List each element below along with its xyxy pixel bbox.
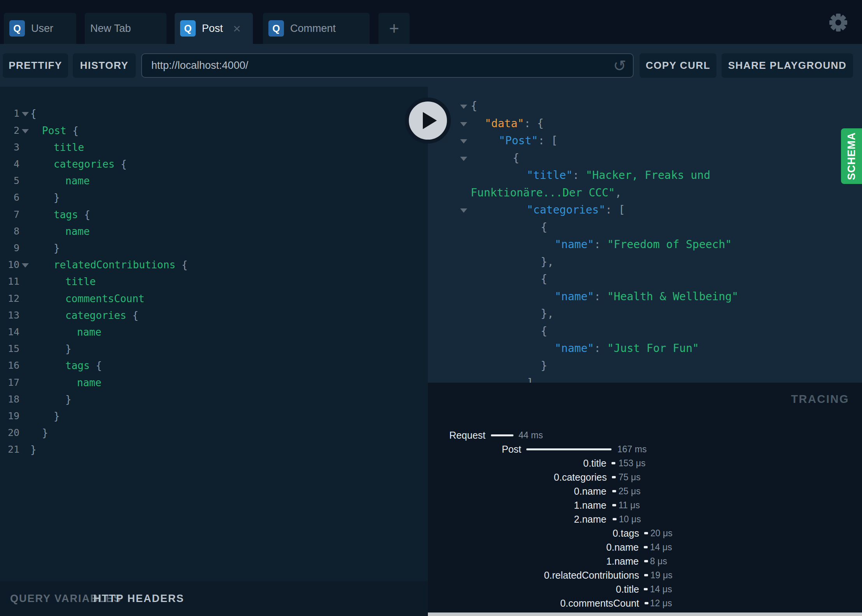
tab-user[interactable]: QUser <box>4 13 76 44</box>
tracing-row: 0.categories75 μs <box>428 470 862 484</box>
response-line: "name": "Freedom of Speech" <box>428 236 862 253</box>
code-token: : { <box>524 117 544 130</box>
editor-line: 17name <box>0 374 428 391</box>
close-tab-icon[interactable]: × <box>233 22 241 35</box>
code-token: : [ <box>605 203 625 216</box>
editor-line: 13categories { <box>0 307 428 324</box>
schema-side-tab[interactable]: SCHEMA <box>841 128 862 184</box>
code-token: "Just For Fun" <box>607 342 699 355</box>
tracing-duration-dash <box>612 476 616 478</box>
response-line: "Post": [ <box>428 132 862 149</box>
code-token: "Freedom of Speech" <box>607 238 732 251</box>
code-line: "categories": [ <box>527 201 625 219</box>
code-token: commentsCount <box>65 293 145 304</box>
tracing-duration-dash <box>612 504 616 506</box>
tracing-duration-value: 153 μs <box>618 456 646 470</box>
query-badge: Q <box>180 20 196 37</box>
code-token: { <box>30 108 37 119</box>
reset-endpoint-icon[interactable]: ↺ <box>612 58 627 74</box>
tracing-field-label: 0.name <box>428 540 639 554</box>
line-number: 3 <box>0 139 19 156</box>
line-number: 19 <box>0 408 19 425</box>
code-line: "title": "Hacker, Freaks und <box>527 167 710 184</box>
code-token: { <box>541 273 547 285</box>
tracing-row: 0.name25 μs <box>428 484 862 498</box>
code-token: "data" <box>485 117 524 130</box>
code-token: title <box>54 142 84 153</box>
line-number: 9 <box>0 240 19 257</box>
tab-post[interactable]: QPost× <box>175 13 253 44</box>
tracing-duration-value: 12 μs <box>650 596 672 610</box>
tracing-field-label: Request <box>428 428 485 442</box>
history-button[interactable]: HISTORY <box>73 53 136 78</box>
fold-arrow-icon[interactable] <box>22 112 29 116</box>
editor-line: 12commentsCount <box>0 290 428 307</box>
share-playground-button[interactable]: SHARE PLAYGROUND <box>722 53 853 78</box>
code-token: } <box>30 444 37 455</box>
tab-label: Post <box>202 23 223 35</box>
code-line: tags { <box>65 357 102 374</box>
code-token: } <box>54 242 60 254</box>
fold-arrow-icon[interactable] <box>22 263 29 268</box>
tracing-row: 1.name11 μs <box>428 498 862 512</box>
tracing-row: Request44 ms <box>428 428 862 442</box>
code-line: } <box>54 189 60 206</box>
tracing-panel: TRACING Request44 msPost167 ms0.title153… <box>428 383 862 616</box>
code-line: { <box>541 219 547 236</box>
tab-comment[interactable]: QComment <box>263 13 370 44</box>
prettify-button[interactable]: PRETTIFY <box>3 53 68 78</box>
code-token: title <box>65 276 96 287</box>
editor-line: 14name <box>0 324 428 341</box>
code-token: { <box>115 158 127 170</box>
tracing-field-label: 1.name <box>428 498 606 512</box>
code-line: } <box>65 340 72 357</box>
tracing-duration-value: 11 μs <box>618 498 640 512</box>
code-token: name <box>65 226 90 237</box>
code-token: "title" <box>527 169 573 182</box>
fold-arrow-icon[interactable] <box>460 208 467 213</box>
code-line: } <box>30 441 37 458</box>
line-number: 14 <box>0 324 19 341</box>
http-headers-tab[interactable]: HTTP HEADERS <box>93 592 184 606</box>
endpoint-url-input[interactable] <box>141 53 634 78</box>
fold-arrow-icon[interactable] <box>460 122 467 126</box>
code-line: { <box>30 105 37 122</box>
tracing-duration-value: 167 ms <box>617 442 646 456</box>
line-number: 11 <box>0 273 19 290</box>
fold-arrow-icon[interactable] <box>460 139 467 144</box>
settings-gear-icon[interactable] <box>829 13 848 32</box>
fold-arrow-icon[interactable] <box>460 157 467 161</box>
query-editor-pane[interactable]: 1{2Post {3title4categories {5name6}7tags… <box>0 87 428 581</box>
tracing-duration-dash <box>644 532 648 534</box>
code-token: "Health & Wellbeing" <box>607 290 738 303</box>
code-line: { <box>513 150 519 167</box>
schema-side-tab-label: SCHEMA <box>846 132 858 180</box>
tracing-duration-value: 20 μs <box>650 526 673 540</box>
tracing-field-label: Post <box>428 442 521 456</box>
code-token: "name" <box>555 238 594 251</box>
line-number: 10 <box>0 256 19 273</box>
code-token: { <box>175 259 187 271</box>
tracing-duration-value: 19 μs <box>650 568 673 582</box>
code-token: }, <box>541 307 554 320</box>
code-line: }, <box>541 305 554 322</box>
line-number: 4 <box>0 156 19 173</box>
tab-new-tab[interactable]: New Tab <box>85 13 166 44</box>
code-token: } <box>54 410 60 422</box>
code-token: { <box>541 325 547 338</box>
code-line: }, <box>541 254 554 271</box>
fold-arrow-icon[interactable] <box>460 105 467 109</box>
editor-footer-bar: QUERY VARIABLES HTTP HEADERS <box>0 581 428 616</box>
copy-curl-button[interactable]: COPY CURL <box>639 53 717 78</box>
execute-query-button[interactable] <box>405 98 451 144</box>
code-line: "name": "Just For Fun" <box>555 340 699 357</box>
add-tab-button[interactable]: + <box>378 13 410 44</box>
play-icon <box>423 112 437 129</box>
tracing-horizontal-scrollbar[interactable] <box>428 612 862 616</box>
line-number: 12 <box>0 290 19 307</box>
code-line: name <box>77 374 102 391</box>
code-line: name <box>65 172 90 189</box>
fold-arrow-icon[interactable] <box>22 129 29 133</box>
tracing-duration-bar <box>491 434 513 436</box>
tab-label: User <box>31 23 53 35</box>
